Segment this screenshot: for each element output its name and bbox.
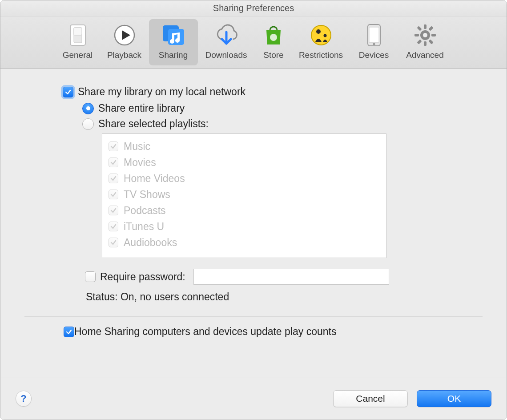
tab-label: Advanced: [406, 50, 444, 60]
music-share-icon: [160, 23, 187, 48]
svg-rect-19: [428, 39, 433, 44]
playlist-checkbox: [109, 190, 118, 199]
shopping-bag-icon: [260, 23, 287, 48]
toolbar-inner: General Playback: [56, 19, 452, 65]
cancel-button[interactable]: Cancel: [333, 390, 408, 407]
playlist-checkbox: [109, 238, 118, 247]
playlist-item: Music: [109, 138, 380, 154]
svg-rect-14: [424, 24, 427, 29]
playlist-label: iTunes U: [124, 221, 164, 233]
playlist-item: Podcasts: [109, 202, 380, 218]
divider: [24, 316, 483, 317]
svg-rect-2: [74, 28, 82, 35]
require-password-label: Require password:: [100, 271, 185, 283]
ok-label: OK: [447, 393, 461, 404]
require-password-row: Require password:: [85, 269, 483, 285]
svg-rect-11: [369, 27, 379, 42]
share-entire-label: Share entire library: [98, 102, 185, 114]
tab-downloads[interactable]: Downloads: [198, 19, 255, 65]
tab-label: Sharing: [159, 50, 188, 60]
svg-rect-20: [428, 26, 433, 31]
window-titlebar: Sharing Preferences: [0, 0, 507, 16]
playlist-item: iTunes U: [109, 218, 380, 234]
svg-rect-15: [424, 41, 427, 46]
play-icon: [111, 23, 138, 48]
share-library-checkbox[interactable]: [63, 87, 73, 97]
dialog-footer: ? Cancel OK: [0, 377, 507, 420]
share-library-row: Share my library on my local network: [63, 86, 483, 98]
tab-label: Playback: [107, 50, 141, 60]
tab-sharing[interactable]: Sharing: [149, 19, 198, 65]
playlist-label: Movies: [124, 157, 156, 169]
scrollbar[interactable]: [376, 134, 385, 258]
share-mode-selected-row: Share selected playlists:: [82, 118, 483, 130]
svg-point-12: [373, 43, 375, 45]
svg-point-8: [316, 29, 321, 34]
status-text: Status: On, no users connected: [86, 291, 483, 303]
playlist-item: Movies: [109, 154, 380, 170]
tab-restrictions[interactable]: Restrictions: [293, 19, 350, 65]
share-library-label: Share my library on my local network: [78, 86, 245, 98]
window-title: Sharing Preferences: [213, 3, 294, 13]
playlist-label: TV Shows: [124, 189, 170, 201]
share-selected-radio[interactable]: [82, 118, 94, 130]
playlist-item: Home Videos: [109, 170, 380, 186]
share-selected-label: Share selected playlists:: [98, 118, 209, 130]
playlist-item: Audiobooks: [109, 234, 380, 250]
share-entire-radio[interactable]: [82, 103, 94, 114]
svg-rect-16: [414, 34, 419, 36]
password-field[interactable]: [193, 269, 389, 285]
help-button[interactable]: ?: [16, 391, 32, 407]
playlist-label: Music: [124, 141, 150, 153]
cloud-download-icon: [213, 23, 240, 48]
tab-label: General: [63, 50, 93, 60]
help-icon: ?: [20, 393, 26, 404]
tab-playback[interactable]: Playback: [100, 19, 149, 65]
tab-devices[interactable]: Devices: [350, 19, 398, 65]
playlist-label: Home Videos: [124, 173, 185, 185]
cancel-label: Cancel: [356, 393, 385, 404]
parental-icon: [308, 23, 334, 48]
playlist-checkbox: [109, 222, 118, 231]
svg-point-7: [311, 25, 331, 45]
ok-button[interactable]: OK: [417, 390, 491, 407]
home-sharing-row: Home Sharing computers and devices updat…: [64, 326, 483, 338]
tab-store[interactable]: Store: [255, 19, 293, 65]
sharing-pane: Share my library on my local network Sha…: [0, 69, 507, 377]
playlist-checkbox: [109, 158, 118, 167]
tab-label: Restrictions: [299, 50, 343, 60]
playlist-item: TV Shows: [109, 186, 380, 202]
tab-label: Store: [263, 50, 283, 60]
preferences-window: Sharing Preferences General: [0, 0, 507, 420]
tab-label: Devices: [359, 50, 389, 60]
playlist-label: Podcasts: [124, 205, 166, 217]
svg-point-9: [323, 34, 326, 37]
playlist-label: Audiobooks: [124, 237, 177, 249]
tab-label: Downloads: [205, 50, 247, 60]
home-sharing-label: Home Sharing computers and devices updat…: [74, 326, 336, 338]
gear-icon: [412, 23, 439, 48]
svg-rect-18: [417, 26, 422, 31]
switch-icon: [64, 23, 91, 48]
phone-icon: [361, 23, 387, 48]
svg-rect-17: [431, 34, 436, 36]
share-mode-entire-row: Share entire library: [82, 102, 483, 114]
playlist-checkbox: [109, 141, 118, 151]
home-sharing-checkbox[interactable]: [64, 327, 74, 337]
tab-advanced[interactable]: Advanced: [398, 19, 452, 65]
tab-general[interactable]: General: [56, 19, 100, 65]
playlists-listbox[interactable]: Music Movies Home Videos TV Shows Podcas…: [102, 133, 386, 258]
preferences-toolbar: General Playback: [0, 16, 507, 69]
require-password-checkbox[interactable]: [85, 271, 96, 282]
playlist-checkbox: [109, 174, 118, 183]
svg-rect-21: [417, 39, 422, 44]
svg-point-6: [270, 34, 277, 41]
svg-point-22: [423, 33, 427, 37]
playlist-checkbox: [109, 206, 118, 215]
